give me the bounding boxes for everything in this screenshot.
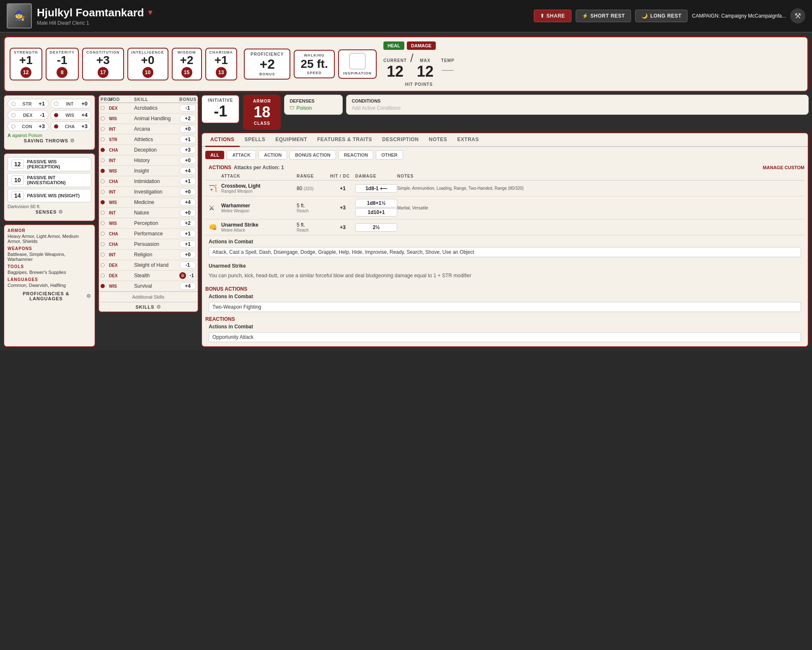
long-rest-button[interactable]: 🌙 LONG REST	[635, 10, 688, 22]
tab-actions[interactable]: ACTIONS	[205, 133, 240, 147]
filter-reaction[interactable]: REACTION	[339, 150, 373, 160]
left-column: STR +1 INT +0 DEX -1 WI	[3, 95, 96, 347]
save-str-dot	[11, 102, 16, 106]
reactions-in-combat-title: Actions in Combat	[205, 322, 804, 331]
skill-acrobatics[interactable]: DEX Acrobatics -1	[99, 103, 198, 113]
tab-notes[interactable]: NOTES	[424, 133, 453, 147]
inspiration-box[interactable]: INSPIRATION	[338, 49, 377, 79]
intelligence-mod: +0	[132, 54, 164, 66]
hp-max: 12	[417, 63, 434, 80]
skill-nature-dot	[101, 211, 105, 215]
filter-attack[interactable]: ATTACK	[227, 150, 256, 160]
tab-equipment[interactable]: EQUIPMENT	[270, 133, 312, 147]
skill-investigation-dot	[101, 190, 105, 194]
skills-panel: PROF MOD SKILL BONUS DEX Acrobatics -1 W	[98, 95, 199, 312]
skill-athletics[interactable]: STR Athletics +1	[99, 134, 198, 145]
damage-button[interactable]: DAMAGE	[407, 41, 436, 50]
attack-unarmed[interactable]: 👊 Unarmed Strike Melee Attack 5 ft. Reac…	[205, 219, 804, 235]
additional-skills[interactable]: Additional Skills	[99, 291, 198, 302]
char-name-dropdown-icon[interactable]: ▼	[147, 8, 154, 17]
wisdom-mod: +2	[176, 54, 198, 66]
skill-survival[interactable]: WIS Survival +4	[99, 281, 198, 291]
proficiency-bonus-box: PROFICIENCY +2 BONUS	[244, 49, 290, 80]
skill-intimidation[interactable]: CHA Intimidation +1	[99, 176, 198, 187]
right-column: INITIATIVE -1 ARMOR 18 CLASS DEFENSES 🛡 …	[201, 95, 809, 347]
filter-bonus-action[interactable]: BONUS ACTION	[290, 150, 336, 160]
actions-in-combat-text: Attack, Cast a Spell, Dash, Disengage, D…	[209, 247, 801, 257]
skill-deception[interactable]: CHA Deception +3	[99, 145, 198, 155]
skill-insight[interactable]: WIS Insight +4	[99, 166, 198, 176]
campaign-name: Campaigny McCampaignfa...	[721, 13, 786, 19]
skill-sleight-dot	[101, 263, 105, 267]
ability-intelligence[interactable]: INTELLIGENCE +0 10	[127, 48, 168, 80]
charisma-val: 13	[216, 67, 227, 78]
skill-medicine[interactable]: WIS Medicine +4	[99, 197, 198, 208]
filter-action[interactable]: ACTION	[259, 150, 287, 160]
attack-warhammer[interactable]: ⚔ Warhammer Melee Weapon 5 ft. Reach +3 …	[205, 196, 804, 219]
skill-performance[interactable]: CHA Performance +1	[99, 229, 198, 239]
skill-religion[interactable]: INT Religion +0	[99, 250, 198, 260]
senses-perception: 12 PASSIVE WIS (PERCEPTION)	[8, 157, 91, 171]
tab-spells[interactable]: SPELLS	[240, 133, 271, 147]
ability-charisma[interactable]: CHARISMA +1 13	[205, 48, 238, 80]
skills-gear-icon[interactable]: ⚙	[156, 304, 161, 310]
bonus-actions-section: BONUS ACTIONS Actions in Combat Two-Weap…	[202, 284, 808, 315]
saving-throws-panel: STR +1 INT +0 DEX -1 WI	[3, 95, 96, 150]
avatar: 🧙	[7, 3, 32, 28]
skill-nature[interactable]: INT Nature +0	[99, 208, 198, 218]
filter-all[interactable]: ALL	[205, 151, 224, 159]
proficiencies-gear-icon[interactable]: ⚙	[86, 293, 91, 299]
ability-strength[interactable]: STRENGTH +1 12	[10, 48, 42, 80]
skill-sleight-of-hand[interactable]: DEX Sleight of Hand -1	[99, 260, 198, 271]
tab-extras[interactable]: EXTRAS	[452, 133, 484, 147]
save-cha: CHA +3	[50, 121, 91, 131]
skill-medicine-dot	[101, 200, 105, 204]
skill-investigation[interactable]: INT Investigation +0	[99, 187, 198, 197]
filter-other[interactable]: OTHER	[376, 150, 403, 160]
speed-value: 25 ft.	[300, 57, 328, 71]
skill-perception[interactable]: WIS Perception +2	[99, 218, 198, 229]
short-rest-button[interactable]: ⚡ SHORT REST	[576, 10, 631, 22]
heal-button[interactable]: HEAL	[383, 41, 404, 50]
tab-features-traits[interactable]: FEATURES & TRAITS	[312, 133, 377, 147]
senses-insight: 14 PASSIVE WIS (INSIGHT)	[8, 189, 91, 202]
unarmed-icon: 👊	[209, 223, 221, 231]
ability-constitution[interactable]: CONSTITUTION +3 17	[82, 48, 124, 80]
saving-throws-gear-icon[interactable]: ⚙	[70, 138, 75, 144]
skill-animal-handling[interactable]: WIS Animal Handling +2	[99, 113, 198, 124]
defense-poison: 🛡 Poison	[290, 105, 337, 111]
skill-history[interactable]: INT History +0	[99, 155, 198, 166]
manage-custom-button[interactable]: MANAGE CUSTOM	[763, 165, 804, 170]
senses-gear-icon[interactable]: ⚙	[58, 209, 63, 215]
warhammer-icon: ⚔	[209, 204, 221, 212]
share-button[interactable]: ⬆ SHARE	[534, 10, 572, 22]
short-rest-icon: ⚡	[582, 13, 589, 19]
charisma-mod: +1	[209, 54, 233, 66]
tab-description[interactable]: DESCRIPTION	[377, 133, 424, 147]
attack-crossbow[interactable]: 🏹 Crossbow, Light Ranged Weapon 80 (320)…	[205, 181, 804, 196]
save-con-dot	[11, 124, 16, 129]
skill-deception-dot	[101, 148, 105, 152]
strength-mod: +1	[14, 54, 38, 66]
ability-wisdom[interactable]: WISDOM +2 15	[172, 48, 202, 80]
skill-athletics-dot	[101, 137, 105, 142]
inspiration-label: INSPIRATION	[343, 71, 372, 75]
skill-persuasion[interactable]: CHA Persuasion +1	[99, 239, 198, 250]
skill-stealth[interactable]: DEX Stealth D -1	[99, 271, 198, 281]
ability-dexterity[interactable]: DEXTERITY -1 8	[46, 48, 79, 80]
skill-arcana[interactable]: INT Arcana +0	[99, 124, 198, 134]
add-conditions-button[interactable]: Add Active Conditions	[352, 105, 803, 111]
save-str: STR +1	[8, 99, 49, 108]
senses-panel: 12 PASSIVE WIS (PERCEPTION) 10 PASSIVE I…	[3, 153, 96, 222]
armor-label: ARMOR	[250, 99, 274, 103]
stats-right: PROFICIENCY +2 BONUS WALKING 25 ft. SPEE…	[244, 41, 802, 87]
unarmed-description-section: Unarmed Strike You can punch, kick, head…	[202, 260, 808, 284]
hp-slash: /	[410, 52, 414, 65]
tools-section: TOOLS Bagpipes, Brewer's Supplies	[8, 264, 91, 275]
speed-walking-label: WALKING	[300, 53, 328, 57]
char-name: Hjulkyl Foamtankard	[37, 6, 144, 19]
strength-val: 12	[21, 67, 31, 78]
header: 🧙 Hjulkyl Foamtankard ▼ Male Hill Dwarf …	[0, 0, 812, 33]
hp-section: HEAL DAMAGE CURRENT 12 / MAX 12 TEMP	[383, 41, 455, 87]
reactions-section: REACTIONS Actions in Combat Opportunity …	[202, 315, 808, 346]
